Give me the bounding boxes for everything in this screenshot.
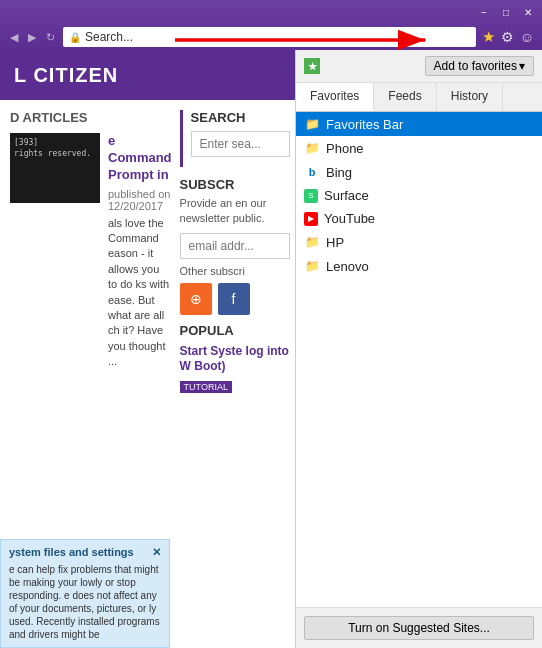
favorites-list: 📁 Favorites Bar 📁 Phone b Bing S Surface…	[296, 112, 542, 607]
webpage-area: L CITIZEN D ARTICLES [393] rights reserv…	[0, 50, 295, 648]
back-button[interactable]: ◀	[8, 29, 20, 46]
main-content: L CITIZEN D ARTICLES [393] rights reserv…	[0, 50, 542, 648]
fav-item-label: Bing	[326, 165, 352, 180]
article-image: [393] rights reserved.	[10, 133, 100, 203]
article-card: [393] rights reserved. e Command Prompt …	[10, 133, 172, 370]
settings-gear-icon[interactable]: ⚙	[501, 29, 514, 45]
toolbar-icons: ★ ⚙ ☺	[482, 28, 534, 46]
minimize-button[interactable]: −	[474, 4, 494, 20]
add-to-favorites-button[interactable]: Add to favorites ▾	[425, 56, 534, 76]
tab-feeds[interactable]: Feeds	[374, 83, 436, 111]
fav-item-label: Phone	[326, 141, 364, 156]
rss-button[interactable]: ⊕	[180, 283, 212, 315]
folder-icon: 📁	[304, 116, 320, 132]
folder-icon: 📁	[304, 258, 320, 274]
article-info: e Command Prompt in published on 12/20/2…	[108, 133, 172, 370]
fav-item-label: HP	[326, 235, 344, 250]
tab-favorites[interactable]: Favorites	[296, 83, 374, 111]
article-title[interactable]: e Command Prompt in	[108, 133, 172, 184]
favorites-item-hp[interactable]: 📁 HP	[296, 230, 542, 254]
address-bar-wrapper: 🔒	[63, 27, 476, 47]
article-excerpt: als love the Command eason - it allows y…	[108, 216, 172, 370]
refresh-button[interactable]: ↻	[44, 29, 57, 46]
search-section: SEARCH	[180, 110, 290, 167]
tab-history[interactable]: History	[437, 83, 503, 111]
favorites-item-youtube[interactable]: ▶ YouTube	[296, 207, 542, 230]
cmd-text: [393] rights reserved.	[10, 133, 100, 163]
favorites-panel: ★ Add to favorites ▾ Favorites Feeds His…	[295, 50, 542, 648]
subscribe-heading: SUBSCR	[180, 177, 290, 192]
favorites-toolbar: ★ Add to favorites ▾	[296, 50, 542, 83]
favorites-star-icon[interactable]: ★	[482, 28, 495, 46]
search-heading: SEARCH	[191, 110, 290, 125]
favorites-item-surface[interactable]: S Surface	[296, 184, 542, 207]
page-header: L CITIZEN	[0, 50, 295, 100]
favorites-green-icon: ★	[304, 58, 320, 74]
close-button[interactable]: ✕	[518, 4, 538, 20]
folder-icon: 📁	[304, 234, 320, 250]
favorites-item-favoritesbar[interactable]: 📁 Favorites Bar	[296, 112, 542, 136]
bing-icon: b	[304, 164, 320, 180]
articles-heading: D ARTICLES	[10, 110, 172, 125]
tutorial-badge: TUTORIAL	[180, 381, 232, 393]
notification-text: e can help fix problems that might be ma…	[9, 563, 161, 641]
favorites-item-lenovo[interactable]: 📁 Lenovo	[296, 254, 542, 278]
subscribe-text: Provide an en our newsletter public.	[180, 196, 290, 227]
notification-bar: ystem files and settings ✕ e can help fi…	[0, 539, 170, 648]
forward-button[interactable]: ▶	[26, 29, 38, 46]
smiley-icon[interactable]: ☺	[520, 29, 534, 45]
fav-item-label: Lenovo	[326, 259, 369, 274]
maximize-button[interactable]: □	[496, 4, 516, 20]
window-controls: − □ ✕	[474, 4, 538, 20]
browser-chrome: − □ ✕ ◀ ▶ ↻ 🔒 ★ ⚙ ☺	[0, 0, 542, 50]
folder-icon: 📁	[304, 140, 320, 156]
article-date: published on 12/20/2017	[108, 188, 172, 212]
address-bar-row: ◀ ▶ ↻ 🔒 ★ ⚙ ☺	[0, 24, 542, 50]
popular-section: POPULA Start Syste log into W Boot) TUTO…	[180, 323, 290, 393]
notification-header: ystem files and settings ✕	[9, 546, 161, 559]
address-input[interactable]	[85, 30, 470, 44]
site-logo: L CITIZEN	[14, 64, 118, 87]
notification-close[interactable]: ✕	[152, 546, 161, 559]
favorites-footer: Turn on Suggested Sites...	[296, 607, 542, 648]
suggested-sites-button[interactable]: Turn on Suggested Sites...	[304, 616, 534, 640]
facebook-button[interactable]: f	[218, 283, 250, 315]
other-subscribe-label: Other subscri	[180, 265, 290, 277]
popular-article-title[interactable]: Start Syste log into W Boot)	[180, 344, 290, 375]
surface-icon: S	[304, 189, 318, 203]
popular-heading: POPULA	[180, 323, 290, 338]
favorites-item-bing[interactable]: b Bing	[296, 160, 542, 184]
fav-item-label: Favorites Bar	[326, 117, 403, 132]
search-input[interactable]	[191, 131, 290, 157]
social-icons: ⊕ f	[180, 283, 290, 315]
fav-item-label: Surface	[324, 188, 369, 203]
favorites-item-phone[interactable]: 📁 Phone	[296, 136, 542, 160]
youtube-icon: ▶	[304, 212, 318, 226]
lock-icon: 🔒	[69, 32, 81, 43]
email-input[interactable]	[180, 233, 290, 259]
fav-item-label: YouTube	[324, 211, 375, 226]
favorites-tabs: Favorites Feeds History	[296, 83, 542, 112]
title-bar: − □ ✕	[0, 0, 542, 24]
subscribe-section: SUBSCR Provide an en our newsletter publ…	[180, 177, 290, 315]
